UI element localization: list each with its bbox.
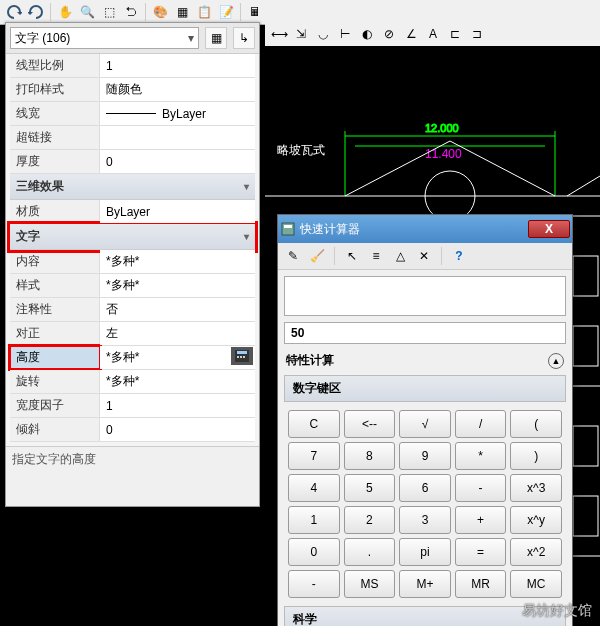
property-value[interactable]: 1 — [100, 54, 255, 77]
property-row[interactable]: 超链接 — [10, 126, 255, 150]
pickadd-icon[interactable]: ↳ — [233, 27, 255, 49]
calc-key[interactable]: 5 — [344, 474, 396, 502]
grid-icon[interactable]: ▦ — [172, 2, 192, 22]
calc-key[interactable]: 9 — [399, 442, 451, 470]
ordinate-dim-icon[interactable]: ⊢ — [335, 24, 355, 44]
calc-key[interactable]: - — [288, 570, 340, 598]
property-row[interactable]: 倾斜0 — [10, 418, 255, 442]
calc-key[interactable]: ( — [510, 410, 562, 438]
property-row[interactable]: 注释性否 — [10, 298, 255, 322]
angle-icon[interactable]: △ — [391, 247, 409, 265]
calc-key[interactable]: x^2 — [510, 538, 562, 566]
property-value[interactable]: *多种* — [100, 370, 255, 393]
calc-key[interactable]: ) — [510, 442, 562, 470]
property-value[interactable]: 左 — [100, 322, 255, 345]
calc-key[interactable]: * — [455, 442, 507, 470]
property-value[interactable]: 否 — [100, 298, 255, 321]
calc-key[interactable]: √ — [399, 410, 451, 438]
linear-dim-icon[interactable]: ⟷ — [269, 24, 289, 44]
baseline-dim-icon[interactable]: ⊏ — [445, 24, 465, 44]
property-value[interactable]: 0 — [100, 418, 255, 441]
radius-dim-icon[interactable]: ◐ — [357, 24, 377, 44]
calc-key[interactable]: MC — [510, 570, 562, 598]
quick-dim-icon[interactable]: A — [423, 24, 443, 44]
calc-key[interactable]: - — [455, 474, 507, 502]
property-value[interactable]: *多种* — [100, 274, 255, 297]
property-row[interactable]: 厚度0 — [10, 150, 255, 174]
collapse-icon[interactable]: ▲ — [548, 353, 564, 369]
continue-dim-icon[interactable]: ⊐ — [467, 24, 487, 44]
property-value[interactable]: ByLayer — [100, 200, 255, 223]
quickcalc-titlebar[interactable]: 快速计算器 X — [278, 215, 572, 243]
calc-mode-label: 特性计算 ▲ — [278, 348, 572, 373]
property-row[interactable]: 宽度因子1 — [10, 394, 255, 418]
property-value[interactable]: *多种* — [100, 250, 255, 273]
zoom-in-icon[interactable]: 🔍 — [77, 2, 97, 22]
getpoint-icon[interactable]: ↖ — [343, 247, 361, 265]
palette-icon[interactable]: 🎨 — [150, 2, 170, 22]
calculator-icon[interactable]: 🖩 — [245, 2, 265, 22]
property-row[interactable]: 材质ByLayer — [10, 200, 255, 224]
calc-key[interactable]: 3 — [399, 506, 451, 534]
aligned-dim-icon[interactable]: ⇲ — [291, 24, 311, 44]
calc-key[interactable]: / — [455, 410, 507, 438]
pan-icon[interactable]: ✋ — [55, 2, 75, 22]
arc-dim-icon[interactable]: ◡ — [313, 24, 333, 44]
calc-key[interactable]: 0 — [288, 538, 340, 566]
distance-icon[interactable]: ≡ — [367, 247, 385, 265]
calc-key[interactable]: <-- — [344, 410, 396, 438]
calc-key[interactable]: C — [288, 410, 340, 438]
calc-result-input[interactable]: 50 — [284, 322, 566, 344]
diameter-dim-icon[interactable]: ⊘ — [379, 24, 399, 44]
calc-key[interactable]: pi — [399, 538, 451, 566]
close-button[interactable]: X — [528, 220, 570, 238]
property-row[interactable]: 线型比例1 — [10, 54, 255, 78]
undo-icon[interactable] — [4, 2, 24, 22]
calc-key[interactable]: 7 — [288, 442, 340, 470]
calc-key[interactable]: 8 — [344, 442, 396, 470]
calc-key[interactable]: 2 — [344, 506, 396, 534]
zoom-window-icon[interactable]: ⬚ — [99, 2, 119, 22]
help-icon[interactable]: ? — [450, 247, 468, 265]
markup-icon[interactable]: 📝 — [216, 2, 236, 22]
property-row[interactable]: 样式*多种* — [10, 274, 255, 298]
property-row[interactable]: 旋转*多种* — [10, 370, 255, 394]
calc-key[interactable]: M+ — [399, 570, 451, 598]
property-row[interactable]: 线宽ByLayer — [10, 102, 255, 126]
angle-dim-icon[interactable]: ∠ — [401, 24, 421, 44]
calc-key[interactable]: MS — [344, 570, 396, 598]
property-row[interactable]: 对正左 — [10, 322, 255, 346]
property-value[interactable]: 0 — [100, 150, 255, 173]
calc-key[interactable]: = — [455, 538, 507, 566]
clear-icon[interactable]: 🧹 — [308, 247, 326, 265]
calc-key[interactable]: x^3 — [510, 474, 562, 502]
property-label: 样式 — [10, 274, 100, 297]
property-row[interactable]: 高度*多种* — [10, 346, 255, 370]
zoom-prev-icon[interactable]: ⮌ — [121, 2, 141, 22]
calc-key[interactable]: 6 — [399, 474, 451, 502]
calc-key[interactable]: 4 — [288, 474, 340, 502]
property-value[interactable] — [100, 126, 255, 149]
property-value[interactable]: 1 — [100, 394, 255, 417]
calc-key[interactable]: + — [455, 506, 507, 534]
property-value[interactable]: 随颜色 — [100, 78, 255, 101]
calculator-icon[interactable] — [231, 347, 253, 365]
object-type-dropdown[interactable]: 文字 (106) — [10, 27, 199, 49]
calc-key[interactable]: 1 — [288, 506, 340, 534]
section-3d[interactable]: 三维效果 — [10, 174, 255, 200]
numpad-section[interactable]: 数字键区 — [284, 375, 566, 402]
property-row[interactable]: 打印样式随颜色 — [10, 78, 255, 102]
property-value[interactable]: ByLayer — [100, 102, 255, 125]
calc-key[interactable]: . — [344, 538, 396, 566]
redo-icon[interactable] — [26, 2, 46, 22]
quickselect-icon[interactable]: ▦ — [205, 27, 227, 49]
calc-key[interactable]: x^y — [510, 506, 562, 534]
section-text[interactable]: 文字 — [10, 224, 255, 250]
sheet-icon[interactable]: 📋 — [194, 2, 214, 22]
intersect-icon[interactable]: ✕ — [415, 247, 433, 265]
calc-key[interactable]: MR — [455, 570, 507, 598]
property-row[interactable]: 内容*多种* — [10, 250, 255, 274]
pencil-icon[interactable]: ✎ — [284, 247, 302, 265]
watermark: 易坊好文馆 — [522, 602, 592, 620]
property-value[interactable]: *多种* — [100, 346, 255, 369]
